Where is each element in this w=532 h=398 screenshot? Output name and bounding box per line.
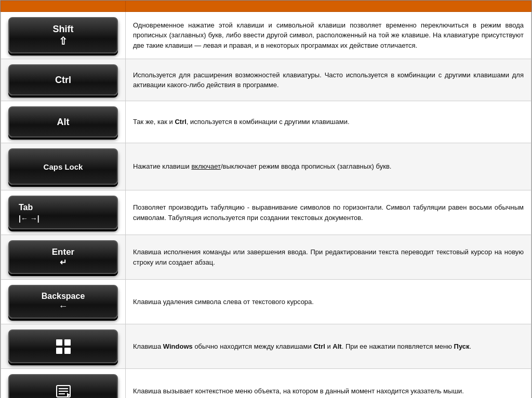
svg-rect-1 bbox=[64, 339, 71, 346]
key-button-shift: Shift⇧ bbox=[8, 17, 118, 53]
svg-rect-3 bbox=[64, 348, 71, 354]
keyboard-table: Shift⇧Одновременное нажатие этой клавиши… bbox=[0, 0, 532, 398]
key-cell: Caps Lock bbox=[1, 143, 126, 190]
key-cell: Alt bbox=[1, 101, 126, 143]
action-cell: Используется для расширения возможностей… bbox=[126, 59, 531, 101]
key-cell bbox=[1, 324, 126, 369]
key-button-enter: Enter↵ bbox=[8, 240, 118, 274]
key-cell: Ctrl bbox=[1, 59, 126, 101]
key-cell: Backspace← bbox=[1, 280, 126, 324]
key-button-alt: Alt bbox=[8, 106, 118, 138]
key-cell: Shift⇧ bbox=[1, 12, 126, 59]
key-cell: Tab|← →| bbox=[1, 190, 126, 235]
key-button-menu bbox=[8, 374, 118, 398]
action-cell: Одновременное нажатие этой клавиши и сим… bbox=[126, 12, 531, 59]
col-header-action bbox=[126, 1, 531, 12]
action-cell: Клавиша Windows обычно находится между к… bbox=[126, 324, 531, 369]
action-cell: Клавиша исполнения команды или завершени… bbox=[126, 235, 531, 280]
key-button-caps-lock: Caps Lock bbox=[8, 148, 118, 185]
table-row: Клавиша Windows обычно находится между к… bbox=[1, 324, 531, 369]
table-row: CtrlИспользуется для расширения возможно… bbox=[1, 59, 531, 101]
action-cell: Позволяет производить табуляцию - выравн… bbox=[126, 190, 531, 235]
table-row: Backspace←Клавиша удаления символа слева… bbox=[1, 280, 531, 324]
col-header-key bbox=[1, 1, 126, 12]
table-row: Клавиша вызывает контекстное меню объект… bbox=[1, 369, 531, 399]
table-row: Shift⇧Одновременное нажатие этой клавиши… bbox=[1, 12, 531, 59]
key-cell: Enter↵ bbox=[1, 235, 126, 280]
key-cell bbox=[1, 369, 126, 399]
svg-rect-2 bbox=[56, 348, 62, 354]
action-cell: Клавиша удаления символа слева от тексто… bbox=[126, 280, 531, 324]
svg-rect-0 bbox=[56, 339, 62, 346]
table-row: Caps LockНажатие клавиши включает/выключ… bbox=[1, 143, 531, 190]
table-row: AltТак же, как и Ctrl, используется в ко… bbox=[1, 101, 531, 143]
table-row: Enter↵Клавиша исполнения команды или зав… bbox=[1, 235, 531, 280]
action-cell: Нажатие клавиши включает/выключает режим… bbox=[126, 143, 531, 190]
key-button-win bbox=[8, 330, 118, 363]
key-button-tab: Tab|← →| bbox=[8, 196, 118, 229]
action-cell: Так же, как и Ctrl, используется в комби… bbox=[126, 101, 531, 143]
key-button-ctrl: Ctrl bbox=[8, 64, 118, 95]
table-row: Tab|← →|Позволяет производить табуляцию … bbox=[1, 190, 531, 235]
key-button-backspace: Backspace← bbox=[8, 285, 118, 319]
action-cell: Клавиша вызывает контекстное меню объект… bbox=[126, 369, 531, 399]
